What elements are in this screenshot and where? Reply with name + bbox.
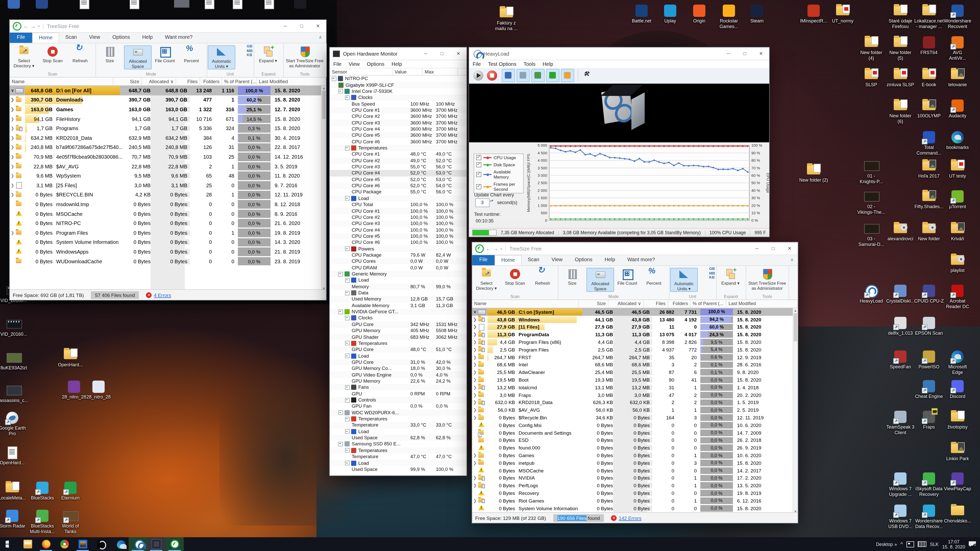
desktop-icon-01-knights-p[interactable]: 01 -Knights-P... (848, 159, 895, 185)
menu-tools[interactable]: Tools (520, 60, 539, 68)
sensor-row-cpu-core-4[interactable]: CPU Core #4100,0 %100,0 % (330, 227, 466, 233)
tab-scan[interactable]: Scan (522, 255, 546, 265)
stop-scan-button[interactable]: Stop Scan (502, 268, 528, 286)
table-row--recycle-bin[interactable]: ❯0 Bytes$RECYCLE.BIN4,2 KB0 Bytes2810,0 … (10, 190, 326, 200)
table-row-wudownloadcache[interactable]: 0 BytesWUDownloadCache0 Bytes0 Bytes000,… (10, 257, 326, 266)
expand-chevron[interactable]: ❯ (472, 340, 478, 345)
desktop-icon-linkin-park[interactable]: Linkin Park (934, 442, 980, 462)
tree-expand-box[interactable] (345, 429, 350, 434)
menu-test-options[interactable]: Test Options (484, 60, 520, 68)
expand-chevron[interactable]: ❯ (472, 453, 478, 457)
options-button[interactable]: 🛠 (582, 69, 594, 82)
table-row-msocache[interactable]: 0 BytesMSOCache0 Bytes0 Bytes000,0 %8. 9… (10, 209, 326, 219)
sensor-row-cpu-package[interactable]: CPU Package79,6 W82,4 W (330, 252, 466, 259)
sensor-row-cpu-dram[interactable]: CPU DRAM0,0 W0,0 W (330, 265, 466, 271)
sensor-row-cpu-total[interactable]: CPU Total100,0 %100,0 % (330, 202, 466, 208)
sensor-row-wdc-wd20purx-6-[interactable]: WDC WD20PURX-6... (330, 410, 466, 416)
table-row-program-files[interactable]: ❯0 BytesProgram Files0 Bytes0 Bytes010,0… (10, 228, 326, 238)
table-row-config-msi[interactable]: 0 BytesConfig.Msi0 Bytes0 Bytes000,0 %10… (472, 421, 798, 429)
sensor-row-cpu-package[interactable]: CPU Package55,0 °C56,0 °C (330, 189, 466, 195)
scroll-thumb[interactable] (322, 91, 326, 119)
desktop-icon-chorv-tsko[interactable]: Chorvátsko... (934, 504, 980, 524)
sensor-row-clocks[interactable]: Clocks (330, 315, 466, 321)
column-header-allocated[interactable]: Allocated ∨ (142, 78, 177, 85)
table-row-games[interactable]: ❯163,0 GBGames163,0 GB163,0 GB1 32231625… (10, 105, 326, 114)
column-header-allocated[interactable]: Allocated ∨ (608, 300, 644, 308)
table-row-system-volume-information[interactable]: 0 BytesSystem Volume Information0 Bytes0… (472, 505, 798, 512)
tab-home[interactable]: Home (495, 255, 522, 265)
sensor-row-load[interactable]: Load (330, 428, 466, 435)
expand-chevron[interactable]: ❯ (472, 370, 478, 375)
select-directory-button[interactable]: ↗Select Directory ▾ (11, 45, 37, 68)
sensor-row-load[interactable]: Load (330, 460, 466, 466)
scroll-up-arrow[interactable]: ▲ (321, 86, 326, 90)
sensor-row-gpu-shader[interactable]: GPU Shader683 MHz3062 MHz (330, 334, 466, 340)
simulate-cpu-clock-button[interactable] (546, 69, 559, 82)
table-row--25-files-[interactable]: ❯3,1 MB[25 Files]3,0 MB3,1 MB2500,0 %9. … (10, 181, 326, 190)
expand-button[interactable]: +Expand ▾ (255, 45, 281, 64)
expand-chevron[interactable]: ❯ (10, 98, 15, 102)
table-row-frst[interactable]: ❯264,7 MBFRST264,7 MB264,7 MB35200,6 %12… (472, 354, 798, 361)
automatic-units-button[interactable]: Automatic Units ▾ (670, 268, 698, 292)
table-row-downloads[interactable]: ❯390,7 GBDownloads390,7 GB390,7 GB477160… (10, 95, 326, 105)
expand-chevron[interactable]: ❯ (472, 317, 478, 322)
sensor-row-gigabyte-x99p-sli-cf[interactable]: Gigabyte X99P-SLI-CF (330, 82, 466, 88)
taskbar-file-explorer[interactable] (18, 537, 37, 551)
expand-chevron[interactable]: ❯ (10, 145, 15, 150)
sensor-row-cpu-core-1[interactable]: CPU Core #1100,0 %100,0 % (330, 208, 466, 214)
expand-chevron[interactable]: ❯ (472, 355, 478, 359)
tree-expand-box[interactable] (345, 354, 350, 358)
sensor-row-powers[interactable]: Powers (330, 246, 466, 252)
sensor-row-load[interactable]: Load (330, 195, 466, 202)
size-mode-button[interactable]: Size (97, 45, 123, 64)
menu-file[interactable]: File (469, 60, 484, 68)
table-row-msocache[interactable]: 0 BytesMSOCache0 Bytes0 Bytes000,0 %14. … (472, 467, 798, 475)
sensor-row-gpu-memory-co-[interactable]: GPU Memory Co...18,0 %30,0 % (330, 365, 466, 372)
table-row-program-files[interactable]: ❯2,5 GBProgram Files2,5 GB2,5 GB4 937772… (472, 346, 798, 354)
tree-expand-box[interactable] (345, 246, 350, 251)
desktop-icon-02-vikings-the[interactable]: 02 -Vikings-The... (848, 190, 895, 215)
notification-center-icon[interactable]: 2 (969, 541, 976, 547)
minimize-button[interactable]: ─ (749, 242, 765, 254)
tab-view[interactable]: View (83, 33, 106, 43)
table-row-wpsystem[interactable]: ❯9,6 MBWpSystem9,5 MB9,6 MB65480,0 %11. … (10, 171, 326, 181)
scroll-thumb[interactable] (794, 313, 797, 341)
tab-help[interactable]: Help (598, 255, 621, 265)
minimize-button[interactable]: ─ (277, 20, 293, 32)
refresh-button[interactable]: ↻Refresh (67, 45, 94, 64)
desktop-icon-bookmarks[interactable]: bookmarks (934, 130, 980, 151)
run-as-administrator-button[interactable]: Start TreeSize Free as Administrator (747, 268, 788, 291)
expand-chevron[interactable]: ❯ (472, 332, 478, 337)
desktop-icon-ut-testy[interactable]: UT testy (934, 159, 980, 179)
expand-chevron[interactable]: ❯ (472, 461, 478, 465)
table-row-filehistory[interactable]: ❯94,1 GBFileHistory94,1 GB94,1 GB10 7166… (10, 114, 326, 124)
column-header-value[interactable]: Value (393, 68, 423, 75)
sensor-row-temperature[interactable]: Temperature33,0 °C33,0 °C (330, 422, 466, 429)
desktop-icon-vid-20160[interactable]: VID_20160... (0, 318, 37, 337)
sensor-row-available-memory[interactable]: Available Memory3,1 GB11,3 GB (330, 302, 466, 309)
sensor-row-gpu-core[interactable]: GPU Core342 MHz1531 MHz (330, 321, 466, 327)
legend-checkbox[interactable] (476, 184, 481, 189)
stress-cpu-button[interactable] (502, 69, 515, 82)
legend-checkbox[interactable] (476, 155, 481, 160)
menu-help[interactable]: Help (388, 60, 406, 68)
file-count-button[interactable]: File Count (614, 268, 641, 286)
sensor-row-temperatures[interactable]: Temperatures (330, 447, 466, 454)
sensor-row-temperatures[interactable]: Temperatures (330, 340, 466, 346)
desktop-icon-steam[interactable]: Steam (733, 4, 780, 24)
sensor-row-gpu-memory[interactable]: GPU Memory22,6 %24,2 % (330, 378, 466, 384)
vertical-scrollbar[interactable]: ▲▼ (793, 308, 798, 514)
legend-checkbox[interactable] (476, 172, 481, 177)
sensor-row-used-space[interactable]: Used Space99,9 %100,0 % (330, 466, 466, 472)
run-as-administrator-button[interactable]: Start TreeSize Free as Administrator (284, 45, 325, 68)
sensor-row-nitro-pc[interactable]: NITRO-PC (330, 76, 466, 82)
sensor-row-cpu-core-2[interactable]: CPU Core #249,0 °C52,0 °C (330, 157, 466, 164)
desktop-icon-epson-scan[interactable]: EPSON Scan (905, 316, 953, 336)
sensor-row-gpu-core[interactable]: GPU Core31,0 %42,0 % (330, 359, 466, 365)
table-row-games[interactable]: ❯0 BytesGames0 Bytes0 Bytes010,0 %10. 6.… (472, 451, 798, 459)
taskbar-firefox[interactable] (37, 537, 55, 551)
expand-chevron[interactable]: ❯ (472, 400, 478, 405)
table-row-boot[interactable]: ❯19,5 MBBoot19,3 MB19,5 MB90410,0 %15. 8… (472, 376, 798, 384)
language-indicator[interactable]: SLK (930, 541, 939, 547)
sensor-row-bus-speed[interactable]: Bus Speed100 MHz100 MHz (330, 101, 466, 107)
